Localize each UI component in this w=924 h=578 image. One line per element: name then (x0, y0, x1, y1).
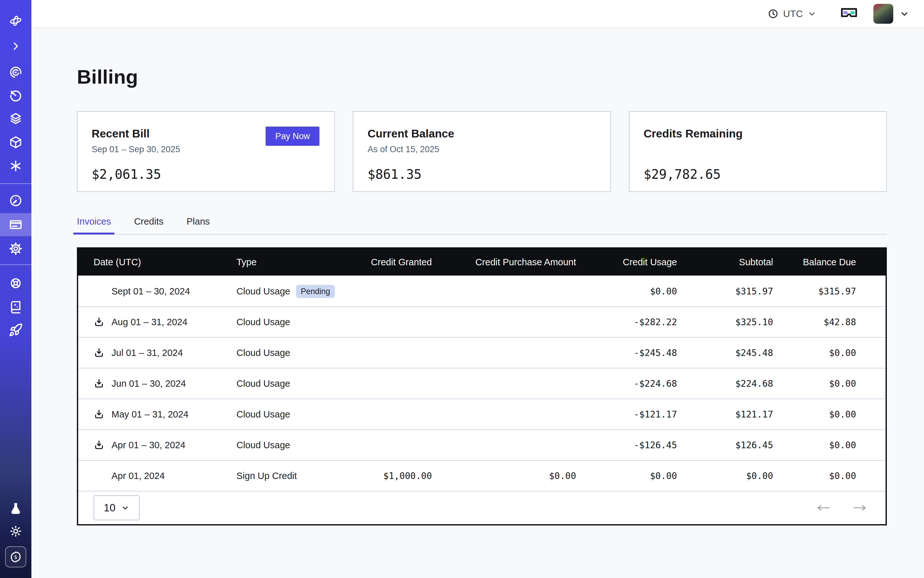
column-header-subtotal: Subtotal (677, 257, 773, 268)
invoice-date: May 01 – 31, 2024 (112, 409, 236, 420)
sidebar: $ (0, 0, 31, 578)
table-row: Sept 01 – 30, 2024 Cloud Usage Pending $… (78, 276, 885, 306)
card-title: Credits Remaining (644, 127, 872, 140)
invoice-date: Apr 01, 2024 (112, 471, 236, 481)
subtotal-value: $245.48 (677, 347, 773, 358)
card-amount: $2,061.35 (92, 167, 320, 182)
download-icon (94, 440, 104, 450)
credit-usage-value: -$282.22 (576, 317, 677, 328)
download-icon (94, 317, 104, 328)
invoice-type: Sign Up Credit (236, 471, 336, 481)
balance-due-value: $0.00 (773, 347, 856, 358)
sidebar-item-credits[interactable]: $ (0, 546, 31, 568)
sidebar-item-expand[interactable] (0, 35, 31, 58)
column-header-date: Date (UTC) (94, 257, 236, 268)
sun-icon (9, 524, 23, 538)
download-invoice-button[interactable] (94, 440, 112, 450)
asterisk-icon (9, 159, 23, 173)
table-row: May 01 – 31, 2024 Cloud Usage -$121.17 $… (78, 399, 885, 429)
card-subtitle (644, 144, 872, 156)
invoice-date: Jul 01 – 31, 2024 (112, 347, 236, 358)
tab-plans[interactable]: Plans (183, 216, 213, 234)
topbar: UTC (31, 0, 924, 28)
pagination: 10 (78, 491, 885, 524)
invoice-date: Sept 01 – 30, 2024 (112, 286, 236, 297)
sidebar-item-theme[interactable] (0, 520, 31, 543)
download-invoice-button[interactable] (94, 378, 112, 389)
credit-usage-value: -$224.68 (576, 378, 677, 389)
layers-icon (9, 112, 23, 126)
view-mode-button[interactable] (840, 7, 858, 20)
subtotal-value: $121.17 (677, 409, 773, 420)
spiral-icon (9, 65, 23, 80)
table-header: Date (UTC) Type Credit Granted Credit Pu… (78, 248, 885, 276)
pager-arrows (816, 504, 867, 512)
gear-icon (9, 242, 23, 256)
sidebar-item-billing[interactable] (0, 213, 31, 236)
next-page-button[interactable] (852, 504, 867, 512)
gauge-icon (9, 193, 23, 208)
download-icon (94, 347, 104, 358)
table-row: Apr 01 – 30, 2024 Cloud Usage -$126.45 $… (78, 429, 885, 460)
sidebar-item-services[interactable] (0, 154, 31, 177)
balance-due-value: $0.00 (773, 440, 856, 450)
sidebar-divider (0, 264, 31, 265)
sidebar-item-docs[interactable] (0, 295, 31, 318)
sidebar-item-support[interactable] (0, 272, 31, 295)
card-subtitle: Sep 01 – Sep 30, 2025 (92, 144, 320, 156)
column-header-balance-due: Balance Due (773, 257, 856, 268)
status-badge: Pending (296, 285, 335, 298)
download-icon (94, 409, 104, 420)
sidebar-item-layers[interactable] (0, 107, 31, 130)
sidebar-item-dashboard[interactable] (0, 189, 31, 212)
sidebar-item-history[interactable] (0, 84, 31, 107)
tab-credits[interactable]: Credits (130, 216, 167, 234)
subtotal-value: $325.10 (677, 317, 773, 328)
balance-due-value: $42.88 (773, 317, 856, 328)
sidebar-item-packages[interactable] (0, 131, 31, 154)
invoice-date: Jun 01 – 30, 2024 (112, 378, 236, 389)
credit-purchase-value: $0.00 (432, 471, 576, 481)
page-size-select[interactable]: 10 (94, 495, 140, 520)
credits-button[interactable]: $ (5, 546, 26, 567)
download-invoice-button[interactable] (94, 347, 112, 358)
card-amount: $861.35 (367, 167, 596, 182)
cube-icon (9, 135, 23, 149)
invoice-date: Apr 01 – 30, 2024 (112, 440, 236, 450)
history-timer-icon (9, 88, 23, 102)
card-title: Current Balance (367, 127, 596, 140)
download-invoice-button[interactable] (94, 409, 112, 420)
sidebar-logo[interactable] (0, 9, 31, 32)
pay-now-button[interactable]: Pay Now (266, 127, 320, 146)
summary-cards: Recent Bill Sep 01 – Sep 30, 2025 $2,061… (77, 111, 887, 192)
credit-card-icon (9, 218, 23, 232)
svg-text:$: $ (14, 554, 18, 560)
tab-invoices[interactable]: Invoices (73, 216, 114, 234)
timezone-selector[interactable]: UTC (768, 8, 816, 19)
helm-icon (9, 276, 23, 290)
previous-page-button[interactable] (816, 504, 831, 512)
page-title: Billing (77, 65, 887, 88)
sidebar-item-labs[interactable] (0, 497, 31, 520)
download-icon (94, 378, 104, 389)
current-balance-card: Current Balance As of Oct 15, 2025 $861.… (353, 111, 611, 192)
subtotal-value: $126.45 (677, 440, 773, 450)
orbit-logo-icon (8, 13, 23, 28)
arrow-right-icon (852, 504, 867, 512)
invoice-type: Cloud Usage Pending (236, 285, 336, 298)
sidebar-item-getting-started[interactable] (0, 318, 31, 341)
credit-usage-value: -$245.48 (576, 347, 677, 358)
sidebar-item-monitor[interactable] (0, 61, 31, 84)
column-header-credit-purchase-amount: Credit Purchase Amount (432, 257, 576, 268)
chevron-right-icon (10, 41, 21, 52)
column-header-type: Type (236, 257, 336, 268)
invoice-type: Cloud Usage (236, 378, 336, 389)
credit-usage-value: -$121.17 (576, 409, 677, 420)
chevron-down-icon (807, 9, 816, 18)
card-subtitle: As of Oct 15, 2025 (367, 144, 596, 156)
user-menu[interactable] (874, 4, 909, 24)
download-invoice-button[interactable] (94, 317, 112, 328)
credit-usage-value: $0.00 (576, 471, 677, 481)
balance-due-value: $0.00 (773, 409, 856, 420)
sidebar-item-settings[interactable] (0, 237, 31, 260)
